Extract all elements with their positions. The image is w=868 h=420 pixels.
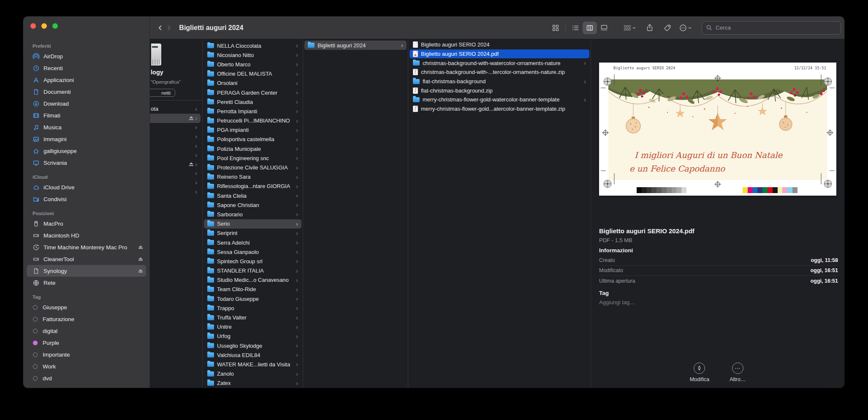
sidebar-item-giuseppe[interactable]: Giuseppe xyxy=(27,301,146,313)
server-share-row[interactable]: › xyxy=(150,178,201,187)
sidebar-item-download[interactable]: Download xyxy=(27,98,146,109)
folder-row-zatex[interactable]: Zatex› xyxy=(204,379,301,388)
disconnect-button[interactable]: netti xyxy=(150,89,175,97)
folder-row-santa-clelia[interactable]: Santa Clelia› xyxy=(204,191,301,200)
server-share-row[interactable]: › xyxy=(150,114,201,123)
folder-row-trappo[interactable]: Trappo› xyxy=(204,303,301,313)
sidebar-item-importante[interactable]: Importante xyxy=(27,349,146,360)
forward-button[interactable]: › xyxy=(165,22,174,33)
folder-row-valchiusa-edil84[interactable]: Valchiusa EDIL84› xyxy=(204,350,301,360)
folder-row-protezione-civile-saluggia[interactable]: Protezione Civile SALUGGIA› xyxy=(204,163,301,172)
folder-row-usseglio-skylodge[interactable]: Usseglio Skylodge› xyxy=(204,341,301,350)
file-row-biglietto-auguri-serio-2024-pdf[interactable]: Biglietto auguri SERIO 2024.pdf xyxy=(410,49,589,59)
sidebar-item-fatturazione[interactable]: Fatturazione xyxy=(27,313,146,325)
folder-row-pool-engineering-snc[interactable]: Pool Engineering snc› xyxy=(204,153,301,163)
zoom-button[interactable] xyxy=(52,23,58,29)
server-share-row[interactable]: ota› xyxy=(150,104,201,114)
sidebar-item-recenti[interactable]: Recenti xyxy=(27,62,146,74)
folder-row-zanolo[interactable]: Zanolo› xyxy=(204,369,301,379)
sidebar-item-green[interactable]: Green xyxy=(27,384,146,388)
server-share-row[interactable]: › xyxy=(150,141,201,150)
sidebar-item-filmati[interactable]: Filmati xyxy=(27,109,146,121)
folder-row-polizia-municipale[interactable]: Polizia Municipale› xyxy=(204,144,301,153)
folder-row-peraga-garden-center[interactable]: PERAGA Garden Center› xyxy=(204,88,301,97)
list-view-button[interactable] xyxy=(568,22,583,34)
sidebar-item-scrivania[interactable]: Scrivania xyxy=(27,157,146,169)
eject-icon[interactable] xyxy=(138,269,143,273)
sidebar-item-musica[interactable]: Musica xyxy=(27,121,146,133)
folder-row-seriprint[interactable]: Seriprint› xyxy=(204,229,301,238)
close-button[interactable] xyxy=(30,23,36,29)
folder-row-truffa-valter[interactable]: Truffa Valter› xyxy=(204,313,301,322)
sidebar-item-immagini[interactable]: Immagini xyxy=(27,133,146,145)
subfolder-row-biglietti-auguri-2024[interactable]: Biglietti auguri 2024› xyxy=(304,41,407,50)
server-share-row[interactable]: › xyxy=(150,169,201,178)
column-view-button[interactable] xyxy=(583,22,597,34)
folder-row-water-make-lietti-da-visita[interactable]: WATER MAKE...lietti da Visita› xyxy=(204,360,301,369)
sidebar-item-purple[interactable]: Purple xyxy=(27,337,146,349)
sidebar-item-rete[interactable]: Rete xyxy=(27,277,146,289)
file-row-christmas-background-with-watercolor-ornaments-nature[interactable]: christmas-background-with-watercolor-orn… xyxy=(410,58,589,68)
folder-row-sapone-christian[interactable]: Sapone Christian› xyxy=(204,200,301,210)
folder-row-orsolani[interactable]: Orsolani› xyxy=(204,79,301,88)
folder-row-polisportiva-castelmella[interactable]: Polisportiva castelmella› xyxy=(204,135,301,144)
sidebar-item-macintosh-hd[interactable]: Macintosh HD xyxy=(27,229,146,241)
search-input[interactable] xyxy=(715,24,826,31)
eject-icon[interactable] xyxy=(138,245,143,249)
icon-view-button[interactable] xyxy=(548,22,563,34)
sidebar-item-synology[interactable]: Synology xyxy=(27,265,146,277)
folder-row-perrotta-impianti[interactable]: Perrotta Impianti› xyxy=(204,106,301,116)
server-share-row[interactable]: › xyxy=(150,150,201,160)
pdf-preview-thumbnail[interactable]: Biglietto auguri SERIO 2024 12/12/24 15:… xyxy=(599,63,836,196)
file-row-merry-christmas-flower-gold-watercolor-banner-template[interactable]: merry-christmas-flower-gold-watercolor-b… xyxy=(410,95,589,104)
server-share-row[interactable]: › xyxy=(150,187,201,196)
folder-row-sarborario[interactable]: Sarborario› xyxy=(204,210,301,219)
add-tag-field[interactable]: Aggiungi tag… xyxy=(599,299,635,305)
sidebar-item-cleanertool[interactable]: CleanerTool xyxy=(27,253,146,265)
file-row-flat-christmas-background[interactable]: flat-christmas-background› xyxy=(410,77,589,86)
folder-row-peretti-claudia[interactable]: Peretti Claudia› xyxy=(204,97,301,106)
eject-icon[interactable] xyxy=(138,257,143,261)
sidebar-item-digital[interactable]: digital xyxy=(27,325,146,337)
sidebar-item-documenti[interactable]: Documenti xyxy=(27,86,146,98)
file-row-christmas-background-with-tercolor-ornaments-nature-zip[interactable]: christmas-background-with-...tercolor-or… xyxy=(410,68,589,77)
server-share-row[interactable]: › xyxy=(150,132,201,141)
server-share-row[interactable]: › xyxy=(150,160,201,169)
edit-button[interactable]: Modifica xyxy=(690,363,710,382)
minimize-button[interactable] xyxy=(41,23,47,29)
sidebar-item-work[interactable]: Work xyxy=(27,360,146,372)
sidebar-item-macpro[interactable]: MacPro xyxy=(27,218,146,229)
back-button[interactable]: ‹ xyxy=(156,22,165,33)
more-options-button[interactable] xyxy=(678,22,692,34)
folder-row-studio-medic-o-canavesano[interactable]: Studio Medic...o Canavesano› xyxy=(204,275,301,285)
sidebar-item-airdrop[interactable]: AirDrop xyxy=(27,50,146,62)
file-row-merry-christmas-flower-gold-atercolor-banner-template-zip[interactable]: merry-christmas-flower-gold...atercolor-… xyxy=(410,104,589,114)
folder-row-pga-impianti[interactable]: PGA impianti› xyxy=(204,125,301,135)
more-button[interactable]: ⋯ Altro… xyxy=(730,363,746,382)
gallery-view-button[interactable] xyxy=(597,22,611,34)
folder-row-team-clito-ride[interactable]: Team Clito-Ride› xyxy=(204,285,301,294)
folder-row-officine-del-malista[interactable]: Officine DEL MALISTA› xyxy=(204,69,301,79)
sidebar-item-icloud-drive[interactable]: iCloud Drive xyxy=(27,181,146,193)
sidebar-item-galligiuseppe[interactable]: galligiuseppe xyxy=(27,145,146,157)
group-by-button[interactable] xyxy=(622,22,637,34)
folder-row-sessa-gianpaolo[interactable]: Sessa Gianpaolo› xyxy=(204,247,301,256)
folder-row-urfog[interactable]: Urfog› xyxy=(204,332,301,341)
file-row-biglietto-auguri-serio-2024[interactable]: Biglietto auguri SERIO 2024 xyxy=(410,40,589,49)
eject-icon[interactable] xyxy=(189,162,193,166)
sidebar-item-condivisi[interactable]: Condivisi xyxy=(27,193,146,205)
folder-row-oberto-marco[interactable]: Oberto Marco› xyxy=(204,60,301,69)
sidebar-item-applicazioni[interactable]: Applicazioni xyxy=(27,74,146,86)
folder-row-serra-adelchi[interactable]: Serra Adelchi› xyxy=(204,238,301,247)
eject-icon[interactable] xyxy=(189,116,193,120)
sidebar-item-dvd[interactable]: dvd xyxy=(27,372,146,384)
folder-row-nella-cioccolata[interactable]: NELLA Cioccolata› xyxy=(204,41,301,50)
folder-row-spintech-group-srl[interactable]: Spintech Group srl› xyxy=(204,256,301,266)
folder-row-petruccelli-pi-imbianchino[interactable]: Petruccelli Pi...IMBIANCHINO› xyxy=(204,116,301,125)
folder-row-nicosiano-nitto[interactable]: Nicosiano Nitto› xyxy=(204,50,301,60)
folder-row-unitre[interactable]: Unitre› xyxy=(204,322,301,332)
tags-button[interactable] xyxy=(660,22,675,34)
folder-row-standler-italia[interactable]: STANDLER ITALIA› xyxy=(204,266,301,275)
folder-row-serio[interactable]: Serio› xyxy=(204,219,301,229)
share-button[interactable] xyxy=(643,22,657,34)
